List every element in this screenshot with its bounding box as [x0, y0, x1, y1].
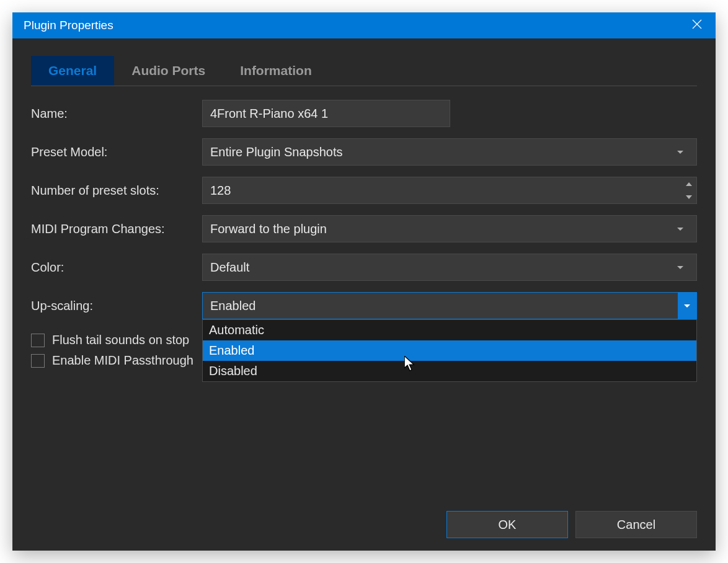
svg-marker-4 [686, 195, 692, 199]
upscaling-value: Enabled [210, 299, 678, 313]
dialog-window: Plugin Properties General Audio Ports In… [12, 12, 716, 551]
spinner-up-icon[interactable] [681, 177, 696, 190]
upscaling-option-disabled[interactable]: Disabled [203, 361, 696, 381]
row-name: Name: [31, 100, 697, 127]
color-value: Default [210, 260, 672, 275]
midi-control: Forward to the plugin [202, 215, 697, 242]
upscaling-option-automatic[interactable]: Automatic [203, 320, 696, 340]
title-bar: Plugin Properties [12, 12, 716, 38]
preset-model-label: Preset Model: [31, 145, 202, 159]
row-midi: MIDI Program Changes: Forward to the plu… [31, 215, 697, 242]
cancel-button[interactable]: Cancel [575, 511, 697, 538]
upscaling-label: Up-scaling: [31, 299, 202, 313]
preset-model-combo[interactable]: Entire Plugin Snapshots [202, 138, 697, 166]
upscaling-combo[interactable]: Enabled [202, 292, 697, 319]
slots-value: 128 [210, 184, 681, 198]
midi-label: MIDI Program Changes: [31, 222, 202, 236]
row-upscaling: Up-scaling: Enabled Automatic Enabled Di… [31, 292, 697, 319]
tab-general[interactable]: General [31, 56, 114, 86]
slots-spinner[interactable]: 128 [202, 177, 697, 204]
svg-marker-2 [677, 151, 683, 154]
ok-button[interactable]: OK [446, 511, 568, 538]
tab-audio-ports[interactable]: Audio Ports [114, 56, 223, 86]
upscaling-option-enabled[interactable]: Enabled [203, 340, 696, 361]
spinner-down-icon[interactable] [681, 190, 696, 203]
flush-label: Flush tail sounds on stop [52, 333, 189, 347]
row-color: Color: Default [31, 254, 697, 281]
color-label: Color: [31, 260, 202, 275]
upscaling-dropdown: Automatic Enabled Disabled [202, 319, 697, 382]
name-label: Name: [31, 107, 202, 121]
chevron-down-icon [672, 216, 689, 242]
preset-model-value: Entire Plugin Snapshots [210, 145, 672, 159]
chevron-down-icon [672, 139, 689, 165]
svg-marker-5 [677, 228, 683, 231]
color-control: Default [202, 254, 697, 281]
slots-label: Number of preset slots: [31, 184, 202, 198]
slots-control: 128 [202, 177, 697, 204]
chevron-down-icon [672, 254, 689, 280]
window-title: Plugin Properties [24, 19, 678, 32]
close-button[interactable] [678, 12, 716, 38]
svg-marker-6 [677, 266, 683, 269]
upscaling-control: Enabled [202, 292, 697, 319]
passthrough-label: Enable MIDI Passthrough [52, 353, 193, 368]
svg-marker-7 [684, 304, 690, 308]
flush-checkbox[interactable] [31, 334, 45, 347]
svg-marker-3 [686, 182, 692, 186]
row-slots: Number of preset slots: 128 [31, 177, 697, 204]
passthrough-checkbox[interactable] [31, 354, 45, 368]
midi-combo[interactable]: Forward to the plugin [202, 215, 697, 242]
chevron-down-icon [678, 293, 696, 319]
form: Name: Preset Model: Entire Plugin Snapsh… [31, 100, 697, 368]
row-preset-model: Preset Model: Entire Plugin Snapshots [31, 138, 697, 166]
dialog-footer: OK Cancel [31, 499, 697, 538]
midi-value: Forward to the plugin [210, 222, 672, 236]
tab-bar: General Audio Ports Information [31, 56, 697, 86]
dialog-content: General Audio Ports Information Name: Pr… [12, 38, 716, 551]
name-input[interactable] [202, 100, 450, 127]
tab-information[interactable]: Information [223, 56, 329, 86]
preset-model-control: Entire Plugin Snapshots [202, 138, 697, 166]
color-combo[interactable]: Default [202, 254, 697, 281]
close-icon [692, 19, 702, 32]
name-control [202, 100, 697, 127]
spinner-buttons [681, 177, 696, 203]
